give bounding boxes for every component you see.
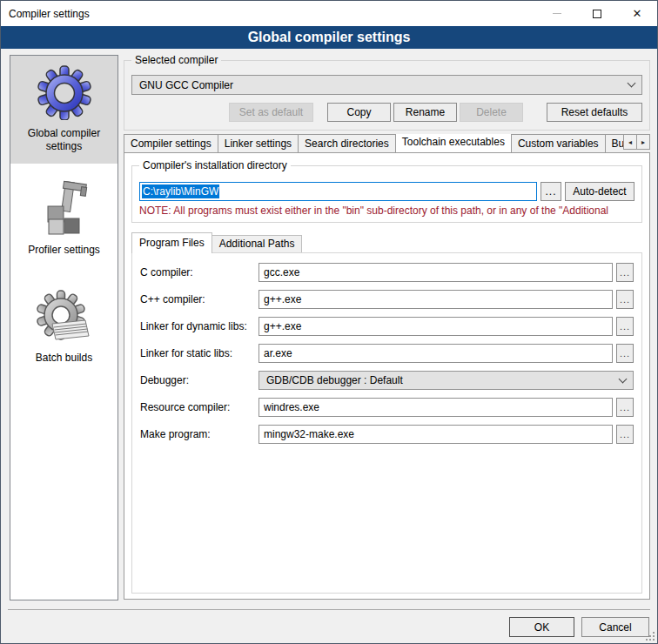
- sidebar-item-profiler-settings[interactable]: Profiler settings: [10, 172, 118, 280]
- program-subtabstrip: Program Files Additional Paths: [131, 231, 642, 252]
- program-files-page: C compiler: ... C++ compiler: ...: [131, 252, 642, 594]
- minimize-icon: [553, 13, 561, 14]
- ok-button[interactable]: OK: [509, 617, 574, 637]
- dynamic-linker-browse-button[interactable]: ...: [616, 317, 634, 336]
- main-panel: Selected compiler GNU GCC Compiler Set a…: [124, 55, 650, 600]
- rename-button[interactable]: Rename: [393, 103, 457, 122]
- installation-directory-input[interactable]: C:\raylib\MinGW: [139, 182, 537, 201]
- sidebar-item-global-compiler-settings[interactable]: Global compiler settings: [10, 56, 118, 164]
- resize-grip[interactable]: [646, 632, 655, 641]
- c-compiler-input[interactable]: [258, 263, 613, 282]
- selected-compiler-group: Selected compiler GNU GCC Compiler Set a…: [124, 60, 650, 131]
- settings-category-list: Global compiler settings: [10, 55, 118, 600]
- blue-gear-icon: [36, 64, 93, 121]
- cpp-compiler-browse-button[interactable]: ...: [616, 290, 634, 309]
- debugger-select[interactable]: GDB/CDB debugger : Default: [258, 371, 634, 390]
- selected-compiler-group-label: Selected compiler: [131, 54, 221, 66]
- arrow-right-icon: ▸: [641, 138, 645, 146]
- toolchain-executables-page: Compiler's installation directory C:\ray…: [124, 152, 650, 600]
- maximize-button[interactable]: [577, 1, 617, 26]
- titlebar-buttons: ✕: [537, 1, 657, 26]
- profiler-caliper-icon: [36, 180, 93, 238]
- subtab-program-files[interactable]: Program Files: [131, 232, 212, 253]
- sidebar-item-label: Profiler settings: [24, 244, 104, 257]
- installation-directory-group: Compiler's installation directory C:\ray…: [131, 165, 642, 223]
- compiler-settings-window: Compiler settings ✕ Global compiler sett…: [0, 0, 658, 644]
- window-title: Compiler settings: [1, 8, 90, 20]
- copy-button[interactable]: Copy: [327, 103, 391, 122]
- form-row-make-program: Make program: ...: [140, 425, 634, 444]
- close-button[interactable]: ✕: [617, 1, 657, 26]
- auto-detect-button[interactable]: Auto-detect: [565, 182, 634, 201]
- static-linker-input[interactable]: [258, 344, 613, 363]
- installation-directory-browse-button[interactable]: ...: [540, 182, 561, 201]
- static-linker-label: Linker for static libs:: [140, 347, 258, 359]
- form-row-static-linker: Linker for static libs: ...: [140, 344, 634, 363]
- tab-scroll-left-button[interactable]: ◂: [623, 134, 637, 150]
- settings-tabstrip: Compiler settings Linker settings Search…: [124, 134, 650, 152]
- compiler-select-value: GNU GCC Compiler: [139, 79, 628, 91]
- debugger-select-value: GDB/CDB debugger : Default: [266, 374, 620, 386]
- installation-directory-value: C:\raylib\MinGW: [142, 184, 219, 198]
- form-row-debugger: Debugger: GDB/CDB debugger : Default: [140, 371, 634, 390]
- arrow-left-icon: ◂: [628, 138, 632, 146]
- cancel-button[interactable]: Cancel: [581, 617, 649, 637]
- sidebar-item-label: Global compiler settings: [10, 127, 118, 153]
- installation-directory-group-label: Compiler's installation directory: [139, 159, 291, 171]
- compiler-actions: Set as default Copy Rename Delete Reset …: [131, 103, 642, 122]
- cpp-compiler-label: C++ compiler:: [140, 293, 258, 305]
- tab-search-directories[interactable]: Search directories: [298, 134, 396, 152]
- maximize-icon: [593, 10, 601, 18]
- tab-compiler-settings[interactable]: Compiler settings: [124, 134, 218, 152]
- tab-linker-settings[interactable]: Linker settings: [218, 134, 299, 152]
- form-row-resource-compiler: Resource compiler: ...: [140, 398, 634, 417]
- dialog-footer: OK Cancel: [8, 609, 650, 637]
- tab-scroll-right-button[interactable]: ▸: [636, 134, 650, 150]
- tab-custom-variables[interactable]: Custom variables: [511, 134, 606, 152]
- compiler-select[interactable]: GNU GCC Compiler: [131, 75, 642, 95]
- chevron-down-icon: [619, 374, 628, 383]
- sidebar-item-label: Batch builds: [32, 352, 96, 365]
- delete-button[interactable]: Delete: [460, 103, 523, 122]
- reset-defaults-button[interactable]: Reset defaults: [547, 103, 642, 122]
- minimize-button[interactable]: [537, 1, 577, 26]
- dynamic-linker-label: Linker for dynamic libs:: [140, 320, 258, 332]
- form-row-dynamic-linker: Linker for dynamic libs: ...: [140, 317, 634, 336]
- batch-builds-gear-icon: [36, 288, 93, 345]
- bin-subdirectory-note: NOTE: All programs must exist either in …: [139, 205, 634, 217]
- make-program-input[interactable]: [258, 425, 613, 444]
- set-as-default-button[interactable]: Set as default: [229, 103, 313, 122]
- dialog-header: Global compiler settings: [1, 26, 657, 49]
- make-program-label: Make program:: [140, 428, 258, 440]
- subtab-additional-paths[interactable]: Additional Paths: [212, 235, 303, 252]
- chevron-down-icon: [628, 79, 636, 88]
- static-linker-browse-button[interactable]: ...: [616, 344, 634, 363]
- make-program-browse-button[interactable]: ...: [616, 425, 634, 444]
- dialog-body: Global compiler settings: [1, 49, 657, 600]
- form-row-c-compiler: C compiler: ...: [140, 263, 634, 282]
- tab-scroll-buttons: ◂ ▸: [623, 134, 650, 150]
- titlebar: Compiler settings ✕: [1, 1, 657, 26]
- cpp-compiler-input[interactable]: [258, 290, 613, 309]
- c-compiler-browse-button[interactable]: ...: [616, 263, 634, 282]
- c-compiler-label: C compiler:: [140, 266, 258, 278]
- debugger-label: Debugger:: [140, 374, 258, 386]
- close-icon: ✕: [633, 8, 642, 19]
- resource-compiler-input[interactable]: [258, 398, 613, 417]
- resource-compiler-label: Resource compiler:: [140, 401, 258, 413]
- resource-compiler-browse-button[interactable]: ...: [616, 398, 634, 417]
- installation-directory-row: C:\raylib\MinGW ... Auto-detect: [139, 182, 634, 201]
- tab-toolchain-executables[interactable]: Toolchain executables: [395, 134, 512, 152]
- dynamic-linker-input[interactable]: [258, 317, 613, 336]
- sidebar-item-batch-builds[interactable]: Batch builds: [10, 280, 118, 388]
- form-row-cpp-compiler: C++ compiler: ...: [140, 290, 634, 309]
